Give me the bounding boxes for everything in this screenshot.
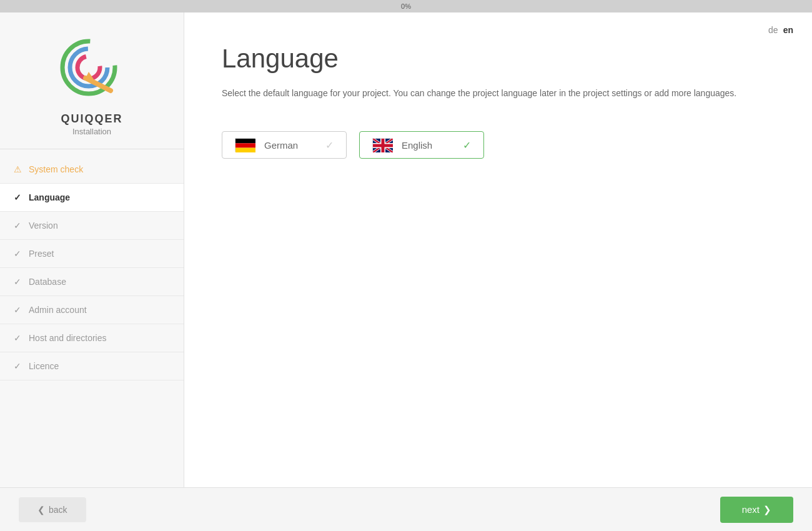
sidebar-item-label-admin-account: Admin account xyxy=(29,305,87,315)
database-check-icon: ✓ xyxy=(12,277,22,287)
svg-rect-17 xyxy=(373,144,393,147)
progress-bar-container: 0% xyxy=(0,0,812,12)
lang-de-link[interactable]: de xyxy=(768,25,778,35)
page-description: Select the default language for your pro… xyxy=(222,86,775,100)
sidebar-item-admin-account[interactable]: ✓ Admin account xyxy=(0,296,184,324)
sidebar-item-version[interactable]: ✓ Version xyxy=(0,212,184,240)
language-options: German ✓ xyxy=(222,131,775,159)
quiqqer-logo xyxy=(54,31,129,106)
english-lang-label: English xyxy=(402,140,453,151)
back-chevron-icon: ❮ xyxy=(37,505,45,515)
content-area: de en Language Select the default langua… xyxy=(184,12,812,487)
brand-name: QUIQQER xyxy=(61,112,122,126)
german-flag-icon xyxy=(235,138,255,152)
language-switcher: de en xyxy=(768,25,793,35)
preset-check-icon: ✓ xyxy=(12,249,22,259)
sidebar-item-host-and-directories[interactable]: ✓ Host and directories xyxy=(0,324,184,352)
sidebar-item-system-check[interactable]: ⚠ System check xyxy=(0,156,184,184)
sidebar-item-label-database: Database xyxy=(29,277,66,287)
english-flag-icon xyxy=(372,138,392,152)
host-check-icon: ✓ xyxy=(12,333,22,343)
sidebar-item-label-preset: Preset xyxy=(29,249,54,259)
back-label: back xyxy=(49,505,67,515)
next-label: next xyxy=(742,504,760,515)
footer: ❮ back next ❯ xyxy=(0,487,812,531)
main-layout: QUIQQER Installation ⚠ System check ✓ La… xyxy=(0,12,812,487)
svg-rect-7 xyxy=(235,144,255,148)
sidebar-nav: ⚠ System check ✓ Language ✓ Version ✓ Pr… xyxy=(0,149,184,487)
german-check-icon: ✓ xyxy=(325,139,334,151)
sidebar-item-label-version: Version xyxy=(29,221,58,231)
page-title: Language xyxy=(222,44,775,74)
brand-subtitle: Installation xyxy=(72,127,111,136)
svg-rect-6 xyxy=(235,139,255,143)
sidebar-item-language[interactable]: ✓ Language xyxy=(0,184,184,212)
lang-en-link[interactable]: en xyxy=(783,25,793,35)
version-check-icon: ✓ xyxy=(12,221,22,231)
system-check-icon: ⚠ xyxy=(12,164,22,174)
licence-check-icon: ✓ xyxy=(12,361,22,371)
language-check-icon: ✓ xyxy=(12,192,22,202)
admin-check-icon: ✓ xyxy=(12,305,22,315)
next-chevron-icon: ❯ xyxy=(763,504,771,515)
logo-area: QUIQQER Installation xyxy=(0,12,184,149)
svg-rect-8 xyxy=(235,148,255,152)
progress-label: 0% xyxy=(401,2,411,10)
sidebar-item-label-system-check: System check xyxy=(29,164,83,174)
back-button[interactable]: ❮ back xyxy=(19,497,86,522)
next-button[interactable]: next ❯ xyxy=(720,497,793,523)
sidebar-item-label-licence: Licence xyxy=(29,361,59,371)
sidebar-item-preset[interactable]: ✓ Preset xyxy=(0,240,184,268)
german-lang-label: German xyxy=(264,140,316,151)
sidebar: QUIQQER Installation ⚠ System check ✓ La… xyxy=(0,12,184,487)
language-option-english[interactable]: English ✓ xyxy=(359,131,484,159)
content-inner: Language Select the default language for… xyxy=(184,12,812,487)
sidebar-item-licence[interactable]: ✓ Licence xyxy=(0,352,184,380)
sidebar-item-label-host-and-directories: Host and directories xyxy=(29,333,107,343)
sidebar-item-database[interactable]: ✓ Database xyxy=(0,268,184,296)
sidebar-item-label-language: Language xyxy=(29,192,70,202)
english-check-icon: ✓ xyxy=(463,139,471,151)
language-option-german[interactable]: German ✓ xyxy=(222,131,347,159)
